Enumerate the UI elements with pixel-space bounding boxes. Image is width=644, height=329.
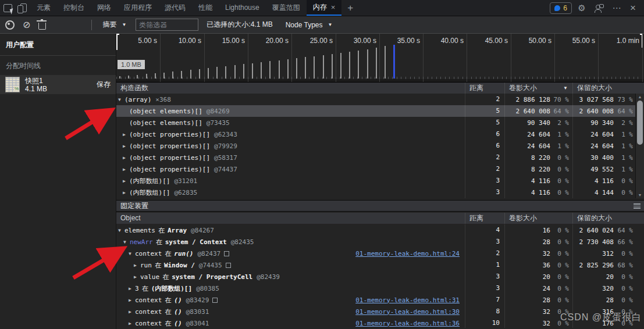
shallow-size-value: 2 886 128 — [505, 96, 550, 103]
timeline-minor-tick — [449, 77, 450, 79]
preview-box-icon[interactable] — [224, 251, 229, 256]
header-constructor[interactable]: 构造函数 — [116, 83, 465, 94]
retainer-object-name: system / PropertyCell — [172, 273, 252, 281]
header-distance[interactable]: 距离 — [465, 213, 505, 224]
tab-memory[interactable]: 内存 × — [307, 0, 342, 16]
twisty-icon[interactable]: ▼ — [123, 239, 130, 245]
device-toolbar-icon[interactable] — [15, 1, 30, 16]
tab-网络[interactable]: 网络 — [91, 0, 118, 16]
header-retained-size[interactable]: 保留的大小 — [573, 213, 644, 224]
more-options-icon[interactable]: ⋯ — [610, 3, 623, 13]
twisty-icon[interactable]: ▼ — [129, 251, 135, 256]
twisty-icon[interactable]: ▶ — [129, 286, 135, 291]
allocation-timeline-overview[interactable]: 1.0 MB 5.00 s10.00 s15.00 s20.00 s25.00 … — [116, 34, 644, 83]
node-types-select[interactable]: Node Types ▼ — [281, 21, 337, 29]
perspective-label: 摘要 — [102, 20, 116, 30]
twisty-icon[interactable]: ▼ — [118, 97, 124, 102]
twisty-icon[interactable]: ▶ — [123, 190, 129, 195]
settings-gear-icon[interactable]: ⚙ — [575, 3, 588, 13]
header-distance[interactable]: 距离 — [465, 83, 505, 94]
retainer-row[interactable]: ▶context在()@8342901-memory-leak-demo.htm… — [116, 294, 644, 306]
constructor-name-cell: (object elements)[]@84269 — [116, 105, 465, 117]
timeline-minor-tick — [353, 77, 354, 79]
header-retained-size[interactable]: 保留的大小 — [573, 83, 644, 94]
snapshot-item[interactable]: % 快照1 4.1 MB 保存 — [0, 75, 116, 94]
retainer-row[interactable]: ▶3在(内部数组)[]@803853240 %3200 % — [116, 282, 644, 294]
retained-size-percent: 0 % — [614, 250, 644, 258]
constructor-row[interactable]: (object elements)[]@73435590 3402 %90 34… — [116, 117, 644, 128]
constructor-row[interactable]: ▶(内部数组)[]@6283534 1160 %4 1440 % — [116, 187, 644, 198]
scroll-up-icon[interactable]: ▲ — [636, 94, 644, 100]
retainer-row[interactable]: ▼elements在Array@842674160 %2 640 02464 % — [116, 224, 644, 236]
constructor-row[interactable]: ▶(内部数组)[]@3120134 1160 %4 1160 % — [116, 175, 644, 187]
allocation-bar — [385, 46, 386, 78]
constructor-scrollbar[interactable]: ▲ ▼ — [635, 94, 644, 198]
timeline-tick-label: 1.0 min — [617, 37, 639, 45]
perspective-select[interactable]: 摘要 ▼ — [98, 20, 131, 30]
header-shallow-size[interactable]: 卷影大小 — [505, 213, 573, 224]
tab-控制台[interactable]: 控制台 — [57, 0, 91, 16]
close-devtools-icon[interactable]: × — [627, 2, 639, 14]
shallow-size-value: 8 220 — [505, 166, 550, 173]
issues-badge[interactable]: 6 — [550, 2, 572, 14]
twisty-icon[interactable]: ▶ — [123, 167, 129, 172]
header-shallow-size[interactable]: 卷影大小▼ — [505, 83, 573, 94]
twisty-icon[interactable]: ▶ — [123, 144, 129, 149]
tab-源代码[interactable]: 源代码 — [158, 0, 192, 16]
twisty-icon[interactable]: ▶ — [134, 263, 140, 268]
retainer-row[interactable]: ▶value在system / PropertyCell@824393200 %… — [116, 271, 644, 282]
twisty-icon[interactable]: ▼ — [118, 228, 124, 233]
twisty-icon[interactable]: ▶ — [129, 321, 135, 326]
constructor-row[interactable]: ▼(array)×36822 886 12870 %3 027 56873 % — [116, 94, 644, 105]
clear-icon[interactable]: ⊘ — [23, 20, 30, 30]
source-link[interactable]: 01-memory-leak-demo.html:30 — [355, 308, 465, 316]
twisty-icon[interactable]: ▶ — [129, 298, 135, 303]
scrollbar-thumb[interactable] — [637, 101, 643, 145]
selected-size-label: 已选择的大小:4.1 MB — [207, 20, 272, 30]
constructor-row[interactable]: ▶(object properties)[]@7443728 2200 %49 … — [116, 163, 644, 175]
tab-close-icon[interactable]: × — [331, 3, 336, 11]
scroll-down-icon[interactable]: ▼ — [636, 192, 644, 198]
watermark: CSDN @皮蛋很白 — [560, 312, 642, 324]
twisty-icon[interactable]: ▶ — [123, 178, 129, 184]
tab-Lighthouse[interactable]: Lighthouse — [219, 0, 266, 16]
twisty-icon[interactable]: ▶ — [129, 309, 135, 314]
twisty-icon[interactable]: ▶ — [134, 274, 140, 280]
source-link[interactable]: 01-memory-leak-demo.html:31 — [355, 296, 465, 304]
tab-覆盖范围[interactable]: 覆盖范围 — [266, 0, 307, 16]
constructor-row[interactable]: (object elements)[]@8426952 640 00864 %2… — [116, 105, 644, 117]
constructor-row[interactable]: ▶(object properties)[]@62343624 6041 %24… — [116, 128, 644, 140]
twisty-icon[interactable]: ▶ — [123, 155, 129, 160]
new-tab-button[interactable]: + — [341, 1, 359, 16]
menu-icon[interactable] — [634, 203, 641, 209]
twisty-icon[interactable]: ▶ — [123, 132, 129, 137]
preview-box-icon[interactable] — [212, 298, 218, 303]
timeline-left-handle[interactable] — [116, 34, 118, 50]
header-object[interactable]: Object — [116, 213, 465, 224]
retainer-row[interactable]: ▶run在Window /@744351360 %2 825 29668 % — [116, 259, 644, 271]
in-word: 在 — [155, 261, 161, 270]
allocation-bar — [349, 52, 350, 78]
record-profile-icon[interactable] — [5, 20, 15, 30]
shallow-size-percent: 0 % — [550, 177, 572, 185]
tab-性能[interactable]: 性能 — [192, 0, 219, 16]
constructor-row[interactable]: ▶(object properties)[]@5831728 2200 %30 … — [116, 152, 644, 163]
source-link[interactable]: 01-memory-leak-demo.html:36 — [355, 320, 465, 327]
shallow-size-value: 28 — [505, 238, 550, 246]
source-link[interactable]: 01-memory-leak-demo.html:24 — [355, 250, 465, 258]
delete-profile-icon[interactable] — [38, 23, 46, 30]
shallow-size-cell: 200 % — [505, 271, 573, 282]
retainer-row[interactable]: ▼newArr在system / Context@824353280 %2 73… — [116, 236, 644, 248]
tab-元素[interactable]: 元素 — [30, 0, 57, 16]
constructor-row[interactable]: ▶(object properties)[]@79929624 6041 %24… — [116, 140, 644, 152]
retainer-property-name: context — [135, 250, 162, 258]
save-snapshot-link[interactable]: 保存 — [97, 80, 111, 90]
retainer-row[interactable]: ▼context在run()@8243701-memory-leak-demo.… — [116, 248, 644, 259]
inspect-element-icon[interactable] — [0, 1, 15, 16]
user-feedback-icon[interactable] — [592, 1, 607, 16]
class-filter-input[interactable] — [136, 19, 198, 31]
in-word: 在 — [165, 296, 171, 305]
tab-应用程序[interactable]: 应用程序 — [118, 0, 158, 16]
preview-box-icon[interactable] — [226, 263, 231, 268]
timeline-minor-tick — [634, 77, 634, 79]
